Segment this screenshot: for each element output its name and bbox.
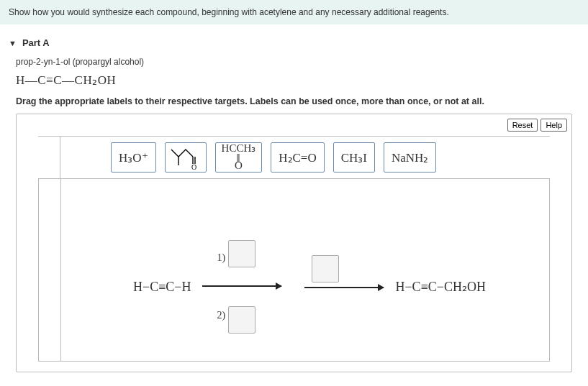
reset-button[interactable]: Reset <box>507 119 538 132</box>
compound-formula: H—C≡C—CH₂OH <box>0 70 588 93</box>
starting-material: H−C≡C−H <box>133 280 191 295</box>
reaction-arrow-step2 <box>304 258 384 316</box>
part-header: ▼ Part A <box>0 24 588 52</box>
drop-target-step2-reagent[interactable] <box>312 255 339 282</box>
hcch3-o: O <box>235 161 243 171</box>
compound-name: prop-2-yn-1-ol (propargyl alcohol) <box>0 52 588 70</box>
label-nanh2[interactable]: NaNH₂ <box>384 142 436 173</box>
label-isobutyraldehyde-skeletal[interactable]: O <box>165 142 207 173</box>
svg-text:O: O <box>191 163 196 170</box>
label-formaldehyde[interactable]: H₂C=O <box>271 142 324 173</box>
arrow-icon <box>304 287 384 288</box>
label-hcch3-over-o[interactable]: HCCH₃ ‖ O <box>215 142 263 173</box>
step1-label-2: 2) <box>217 310 225 321</box>
skeletal-structure-icon: O <box>170 145 202 170</box>
part-label: Part A <box>22 37 50 48</box>
drag-instruction: Drag the appropriate labels to their res… <box>0 93 588 114</box>
reaction-arrow-step1: 1) 2) <box>202 258 281 316</box>
label-palette: H₃O⁺ O HCCH₃ ‖ O H₂C=O CH₃I <box>38 136 550 179</box>
workspace-panel: Reset Help H₃O⁺ O HCCH₃ ‖ <box>16 114 572 372</box>
step1-label-1: 1) <box>217 252 225 264</box>
target-panel: H−C≡C−H 1) 2) H−C≡C−CH₂OH <box>38 179 550 362</box>
drop-target-step1-reagent1[interactable] <box>228 240 255 267</box>
question-prompt: Show how you would synthesize each compo… <box>0 0 588 24</box>
arrow-icon <box>202 285 281 287</box>
drop-target-step1-reagent2[interactable] <box>228 306 255 334</box>
product: H−C≡C−CH₂OH <box>395 279 485 295</box>
label-h3o-plus[interactable]: H₃O⁺ <box>111 142 156 173</box>
collapse-caret-icon[interactable]: ▼ <box>9 39 17 47</box>
help-button[interactable]: Help <box>540 119 567 132</box>
label-ch3i[interactable]: CH₃I <box>333 142 375 173</box>
reaction-scheme: H−C≡C−H 1) 2) H−C≡C−CH₂OH <box>133 258 486 316</box>
